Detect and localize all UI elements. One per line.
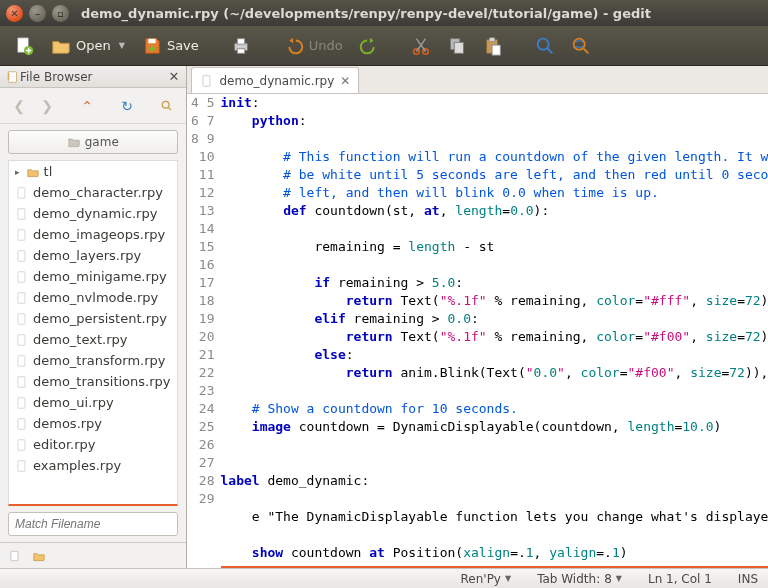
open-folder-icon (50, 35, 72, 57)
filter-box (8, 512, 178, 536)
side-panel: File Browser ✕ ❮ ❯ ⌃ ↻ game ▸tldemo_char… (0, 66, 187, 568)
nav-refresh-button[interactable]: ↻ (114, 93, 140, 119)
svg-rect-11 (489, 37, 495, 41)
window-title: demo_dynamic.rpy (~/developments/renpy/r… (81, 6, 651, 21)
tab-demo-dynamic[interactable]: demo_dynamic.rpy ✕ (191, 67, 360, 93)
folder-item[interactable]: ▸tl (9, 161, 177, 182)
file-item[interactable]: editor.rpy (9, 434, 177, 455)
print-button[interactable] (225, 30, 257, 62)
line-gutter: 4 5 6 7 8 9 10 11 12 13 14 15 16 17 18 1… (187, 94, 221, 568)
nav-search-button[interactable] (154, 93, 180, 119)
svg-rect-27 (18, 334, 25, 345)
svg-rect-5 (237, 48, 244, 53)
new-file-icon (13, 35, 35, 57)
status-bar: Ren'Py ▼ Tab Width: 8 ▼ Ln 1, Col 1 INS (0, 568, 768, 588)
file-list[interactable]: ▸tldemo_character.rpydemo_dynamic.rpydem… (8, 160, 178, 506)
path-selector[interactable]: game (8, 130, 178, 154)
save-label: Save (167, 38, 199, 53)
svg-rect-4 (237, 38, 244, 44)
new-file-button[interactable] (8, 30, 40, 62)
cut-icon (410, 35, 432, 57)
path-label: game (85, 135, 119, 149)
svg-rect-21 (18, 208, 25, 219)
side-panel-footer (0, 542, 186, 568)
main-toolbar: Open ▼ Save Undo (0, 26, 768, 66)
paste-button[interactable] (477, 30, 509, 62)
file-item[interactable]: demo_persistent.rpy (9, 308, 177, 329)
file-item[interactable]: demo_character.rpy (9, 182, 177, 203)
file-item[interactable]: demo_transform.rpy (9, 350, 177, 371)
status-tab-width[interactable]: Tab Width: 8 ▼ (537, 572, 622, 586)
file-item[interactable]: demo_text.rpy (9, 329, 177, 350)
save-button[interactable]: Save (135, 30, 205, 62)
file-item[interactable]: demo_transitions.rpy (9, 371, 177, 392)
svg-rect-31 (18, 418, 25, 429)
find-button[interactable] (529, 30, 561, 62)
side-panel-close-button[interactable]: ✕ (169, 69, 180, 84)
open-dropdown-icon[interactable]: ▼ (119, 41, 125, 50)
tab-close-button[interactable]: ✕ (340, 74, 350, 88)
svg-rect-20 (18, 187, 25, 198)
undo-icon (283, 35, 305, 57)
svg-rect-12 (492, 45, 500, 55)
status-ins[interactable]: INS (738, 572, 758, 586)
filter-input[interactable] (8, 512, 178, 536)
nav-up-button[interactable]: ⌃ (74, 93, 100, 119)
file-item[interactable]: demo_ui.rpy (9, 392, 177, 413)
code-text[interactable]: init: python: # This function will run a… (221, 94, 769, 568)
side-panel-header: File Browser ✕ (0, 66, 186, 88)
new-folder-icon[interactable] (32, 549, 46, 563)
file-item[interactable]: demo_dynamic.rpy (9, 203, 177, 224)
svg-rect-23 (18, 250, 25, 261)
svg-rect-26 (18, 313, 25, 324)
open-button[interactable]: Open ▼ (44, 30, 131, 62)
svg-rect-2 (148, 38, 155, 43)
chevron-down-icon: ▼ (616, 574, 622, 583)
chevron-down-icon: ▼ (505, 574, 511, 583)
copy-button[interactable] (441, 30, 473, 62)
file-browser-nav: ❮ ❯ ⌃ ↻ (0, 88, 186, 124)
tab-label: demo_dynamic.rpy (220, 74, 335, 88)
file-item[interactable]: demos.rpy (9, 413, 177, 434)
file-item[interactable]: demo_minigame.rpy (9, 266, 177, 287)
file-item[interactable]: demo_nvlmode.rpy (9, 287, 177, 308)
open-label: Open (76, 38, 111, 53)
file-item[interactable]: demo_imageops.rpy (9, 224, 177, 245)
redo-button[interactable] (353, 30, 385, 62)
svg-rect-29 (18, 376, 25, 387)
nav-back-button[interactable]: ❮ (6, 93, 32, 119)
status-language-label: Ren'Py (461, 572, 501, 586)
print-icon (230, 35, 252, 57)
document-icon (200, 74, 214, 88)
paste-icon (482, 35, 504, 57)
status-language[interactable]: Ren'Py ▼ (461, 572, 512, 586)
window-maximize-button[interactable]: ▫ (52, 5, 69, 22)
svg-rect-17 (8, 75, 10, 76)
svg-rect-33 (18, 460, 25, 471)
window-close-button[interactable]: ✕ (6, 5, 23, 22)
side-panel-title: File Browser (20, 70, 93, 84)
nav-forward-button[interactable]: ❯ (34, 93, 60, 119)
svg-rect-30 (18, 397, 25, 408)
svg-rect-18 (8, 78, 10, 79)
undo-button[interactable]: Undo (277, 30, 349, 62)
save-icon (141, 35, 163, 57)
cut-button[interactable] (405, 30, 437, 62)
svg-rect-32 (18, 439, 25, 450)
window-minimize-button[interactable]: – (29, 5, 46, 22)
svg-point-13 (537, 38, 548, 49)
svg-rect-35 (202, 75, 209, 86)
svg-rect-28 (18, 355, 25, 366)
code-viewport[interactable]: 4 5 6 7 8 9 10 11 12 13 14 15 16 17 18 1… (187, 94, 769, 568)
replace-button[interactable] (565, 30, 597, 62)
file-item[interactable]: demo_layers.rpy (9, 245, 177, 266)
svg-rect-22 (18, 229, 25, 240)
search-icon (534, 35, 556, 57)
new-doc-icon[interactable] (8, 549, 22, 563)
status-lncol: Ln 1, Col 1 (648, 572, 712, 586)
replace-icon (570, 35, 592, 57)
file-item[interactable]: examples.rpy (9, 455, 177, 476)
svg-point-19 (162, 101, 169, 108)
svg-rect-25 (18, 292, 25, 303)
redo-icon (358, 35, 380, 57)
